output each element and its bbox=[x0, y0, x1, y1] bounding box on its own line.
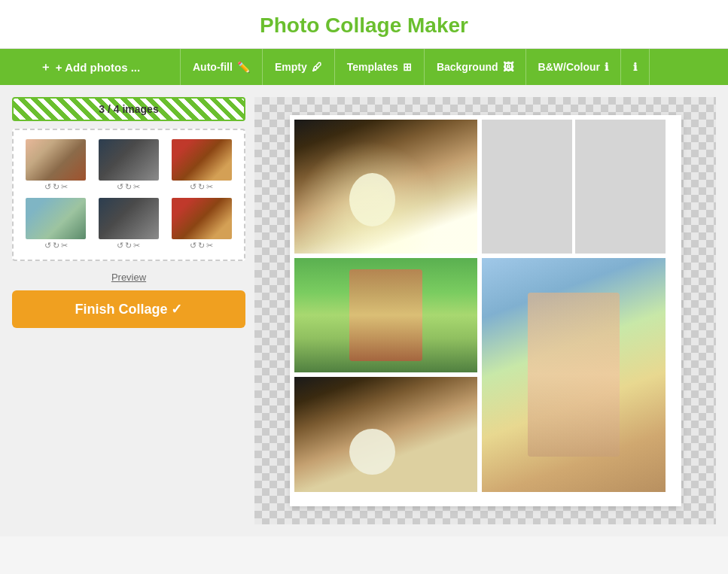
images-count-badge: 3 / 4 images bbox=[12, 97, 245, 121]
collage-cell-5[interactable] bbox=[294, 377, 478, 491]
rotate-right-icon[interactable]: ↻ bbox=[53, 182, 59, 192]
collage-cell-2[interactable] bbox=[482, 120, 666, 254]
collage-empty-cell-1[interactable] bbox=[482, 120, 572, 254]
bwcolour-label: B&W/Colour bbox=[538, 61, 600, 73]
finish-collage-button[interactable]: Finish Collage ✓ bbox=[12, 290, 245, 328]
thumbnail-image[interactable] bbox=[26, 139, 86, 181]
rotate-left-icon[interactable]: ↺ bbox=[190, 241, 196, 251]
rotate-right-icon[interactable]: ↻ bbox=[53, 241, 59, 251]
list-item[interactable]: ↺ ↻ ✂ bbox=[96, 139, 163, 192]
rotate-right-icon[interactable]: ↻ bbox=[198, 182, 205, 192]
rotate-right-icon[interactable]: ↻ bbox=[125, 182, 132, 192]
thumb-control-row: ↺ ↻ ✂ bbox=[117, 241, 140, 251]
crop-icon[interactable]: ✂ bbox=[133, 182, 140, 192]
thumbnail-image[interactable] bbox=[99, 139, 159, 181]
thumb-control-row: ↺ ↻ ✂ bbox=[190, 241, 213, 251]
collage-canvas-area[interactable] bbox=[254, 97, 716, 524]
background-button[interactable]: Background 🖼 bbox=[425, 49, 526, 85]
rotate-left-icon[interactable]: ↺ bbox=[117, 241, 123, 251]
list-item[interactable]: ↺ ↻ ✂ bbox=[168, 198, 235, 251]
info-button[interactable]: ℹ bbox=[621, 49, 650, 85]
templates-icon: ⊞ bbox=[403, 61, 412, 73]
thumb-control-row: ↺ ↻ ✂ bbox=[117, 182, 140, 192]
add-photos-label: + Add photos ... bbox=[56, 61, 140, 74]
background-label: Background bbox=[437, 61, 498, 73]
background-icon: 🖼 bbox=[503, 61, 513, 73]
bwcolour-icon: ℹ bbox=[605, 61, 608, 73]
empty-button[interactable]: Empty 🖊 bbox=[263, 49, 335, 85]
autofill-icon: ✏️ bbox=[237, 61, 250, 73]
autofill-button[interactable]: Auto-fill ✏️ bbox=[181, 49, 263, 85]
list-item[interactable]: ↺ ↻ ✂ bbox=[23, 198, 90, 251]
list-item[interactable]: ↺ ↻ ✂ bbox=[23, 139, 90, 192]
main-content: 3 / 4 images ↺ ↻ ✂ ↺ ↻ ✂ bbox=[0, 85, 728, 536]
empty-label: Empty bbox=[275, 61, 307, 73]
thumbnail-image[interactable] bbox=[172, 198, 232, 239]
empty-icon: 🖊 bbox=[312, 61, 322, 73]
info-icon: ℹ bbox=[633, 61, 637, 73]
preview-link[interactable]: Preview bbox=[111, 272, 146, 283]
templates-label: Templates bbox=[347, 61, 398, 73]
rotate-left-icon[interactable]: ↺ bbox=[117, 182, 123, 192]
bwcolour-button[interactable]: B&W/Colour ℹ bbox=[526, 49, 621, 85]
thumb-control-row: ↺ ↻ ✂ bbox=[44, 241, 68, 251]
page-header: Photo Collage Maker bbox=[0, 0, 728, 49]
thumbnails-grid: ↺ ↻ ✂ ↺ ↻ ✂ ↺ ↻ ✂ bbox=[12, 129, 245, 261]
crop-icon[interactable]: ✂ bbox=[61, 241, 68, 251]
page-title: Photo Collage Maker bbox=[0, 14, 728, 38]
plus-icon: ＋ bbox=[40, 60, 51, 74]
collage-cell-4[interactable] bbox=[482, 258, 666, 492]
rotate-left-icon[interactable]: ↺ bbox=[44, 182, 51, 192]
crop-icon[interactable]: ✂ bbox=[133, 241, 140, 251]
collage-cell-1[interactable] bbox=[294, 120, 478, 254]
crop-icon[interactable]: ✂ bbox=[206, 241, 213, 251]
collage-empty-cell-2[interactable] bbox=[575, 120, 666, 254]
list-item[interactable]: ↺ ↻ ✂ bbox=[96, 198, 163, 251]
crop-icon[interactable]: ✂ bbox=[61, 182, 68, 192]
thumbnail-image[interactable] bbox=[172, 139, 232, 181]
thumbnail-image[interactable] bbox=[26, 198, 86, 239]
thumb-control-row: ↺ ↻ ✂ bbox=[44, 182, 68, 192]
collage-canvas bbox=[290, 115, 681, 506]
rotate-left-icon[interactable]: ↺ bbox=[190, 182, 196, 192]
left-panel: 3 / 4 images ↺ ↻ ✂ ↺ ↻ ✂ bbox=[12, 97, 245, 524]
collage-cell-3[interactable] bbox=[294, 258, 478, 372]
add-photos-button[interactable]: ＋ + Add photos ... bbox=[0, 49, 181, 85]
rotate-left-icon[interactable]: ↺ bbox=[44, 241, 51, 251]
thumb-control-row: ↺ ↻ ✂ bbox=[190, 182, 213, 192]
list-item[interactable]: ↺ ↻ ✂ bbox=[168, 139, 235, 192]
templates-button[interactable]: Templates ⊞ bbox=[335, 49, 425, 85]
thumbnail-image[interactable] bbox=[99, 198, 159, 239]
rotate-right-icon[interactable]: ↻ bbox=[198, 241, 205, 251]
autofill-label: Auto-fill bbox=[193, 61, 233, 73]
toolbar: ＋ + Add photos ... Auto-fill ✏️ Empty 🖊 … bbox=[0, 49, 728, 85]
crop-icon[interactable]: ✂ bbox=[206, 182, 213, 192]
rotate-right-icon[interactable]: ↻ bbox=[125, 241, 132, 251]
